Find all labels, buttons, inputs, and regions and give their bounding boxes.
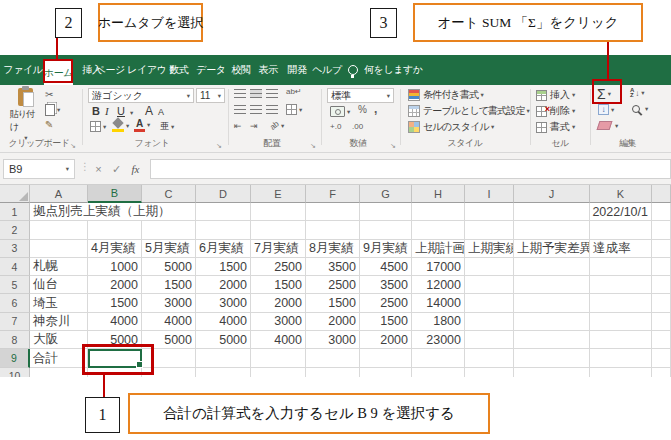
cell-F3[interactable]: 8月実績 <box>306 240 360 258</box>
cell-A10[interactable] <box>30 368 88 377</box>
cell-G4[interactable]: 4500 <box>360 258 412 276</box>
cell-D9[interactable] <box>196 349 251 367</box>
cell-A5[interactable]: 仙台 <box>30 276 88 294</box>
cell-styles-button[interactable]: セルのスタイル ▾ <box>408 120 494 134</box>
cell-D8[interactable]: 5000 <box>196 331 251 349</box>
cell-G1[interactable] <box>360 203 412 221</box>
fx-button[interactable]: fx <box>127 159 144 179</box>
percent-style-button[interactable]: % <box>358 104 367 115</box>
cell-I1[interactable] <box>465 203 514 221</box>
cell-E7[interactable]: 3000 <box>251 313 306 331</box>
cell-K8[interactable] <box>590 331 652 349</box>
cell-A3[interactable] <box>30 240 88 258</box>
cell-B2[interactable] <box>88 221 142 239</box>
column-header-J[interactable]: J <box>514 185 590 203</box>
clipboard-dialog-launcher[interactable]: ↘ <box>70 142 76 149</box>
cell-A8[interactable]: 大阪 <box>30 331 88 349</box>
fill-color-button[interactable]: ▾ <box>112 119 129 132</box>
column-header-H[interactable]: H <box>412 185 465 203</box>
cell-K6[interactable] <box>590 294 652 312</box>
number-dialog-launcher[interactable]: ↘ <box>390 142 396 149</box>
font-color-button[interactable]: A ▾ <box>134 118 150 132</box>
cell-J4[interactable] <box>514 258 590 276</box>
cell-H5[interactable]: 12000 <box>412 276 465 294</box>
increase-font-button[interactable]: A <box>145 104 153 118</box>
cell-F8[interactable]: 3000 <box>306 331 360 349</box>
clear-button[interactable]: ▾ <box>598 121 618 130</box>
row-header-3[interactable]: 3 <box>0 240 30 258</box>
row-header-1[interactable]: 1 <box>0 203 30 221</box>
cell-G5[interactable]: 3500 <box>360 276 412 294</box>
cell-E10[interactable] <box>251 368 306 377</box>
cell-F5[interactable]: 2500 <box>306 276 360 294</box>
ribbon-tab-5[interactable]: データ <box>198 55 224 85</box>
cell-D3[interactable]: 6月実績 <box>196 240 251 258</box>
align-top-icon[interactable] <box>234 89 246 98</box>
cell-I5[interactable] <box>465 276 514 294</box>
cell-K5[interactable] <box>590 276 652 294</box>
column-header-G[interactable]: G <box>360 185 412 203</box>
decrease-decimal-button[interactable]: .00 <box>352 122 363 131</box>
format-as-table-button[interactable]: テーブルとして書式設定 ▾ <box>408 104 530 118</box>
cell-F7[interactable]: 2000 <box>306 313 360 331</box>
borders-button[interactable]: ▾ <box>90 121 106 132</box>
cell-H6[interactable]: 14000 <box>412 294 465 312</box>
cell-H2[interactable] <box>412 221 465 239</box>
cell-J7[interactable] <box>514 313 590 331</box>
cell-D7[interactable]: 4000 <box>196 313 251 331</box>
decrease-font-button[interactable]: A <box>158 107 164 117</box>
cell-G3[interactable]: 9月実績 <box>360 240 412 258</box>
cell-F6[interactable]: 1500 <box>306 294 360 312</box>
cell-F2[interactable] <box>306 221 360 239</box>
orientation-button[interactable]: ab ▾ <box>270 121 284 130</box>
cell-J2[interactable] <box>514 221 590 239</box>
bold-button[interactable]: B <box>92 105 100 117</box>
cell-J9[interactable] <box>514 349 590 367</box>
cell-J3[interactable]: 上期予実差異 <box>514 240 590 258</box>
ribbon-tab-9[interactable]: ヘルプ <box>314 55 340 85</box>
cell-G10[interactable] <box>360 368 412 377</box>
decrease-indent-button[interactable]: ⇤ <box>234 121 242 131</box>
row-header-10[interactable]: 10 <box>0 368 30 377</box>
font-dialog-launcher[interactable]: ↘ <box>216 142 222 149</box>
number-format-combobox[interactable]: 標準 ▾ <box>327 88 394 103</box>
increase-indent-button[interactable]: ⇥ <box>250 121 258 131</box>
cell-A1[interactable]: 拠点別売上実績（上期） <box>30 203 88 221</box>
cell-K3[interactable]: 達成率 <box>590 240 652 258</box>
cell-G8[interactable]: 2000 <box>360 331 412 349</box>
column-header-C[interactable]: C <box>142 185 196 203</box>
column-header-B[interactable]: B <box>88 185 142 203</box>
cell-E3[interactable]: 7月実績 <box>251 240 306 258</box>
cell-I7[interactable] <box>465 313 514 331</box>
format-painter-button[interactable]: ✎ <box>45 119 53 130</box>
cell-A6[interactable]: 埼玉 <box>30 294 88 312</box>
cell-F1[interactable] <box>306 203 360 221</box>
cell-E9[interactable] <box>251 349 306 367</box>
cancel-button[interactable]: × <box>90 159 107 179</box>
row-header-9[interactable]: 9 <box>0 349 30 367</box>
cell-A9[interactable]: 合計 <box>30 349 88 367</box>
cell-J10[interactable] <box>514 368 590 377</box>
format-cells-button[interactable]: 書式 ▾ <box>536 120 575 134</box>
cell-J1[interactable] <box>514 203 590 221</box>
cell-K9[interactable] <box>590 349 652 367</box>
cell-A2[interactable] <box>30 221 88 239</box>
cell-G7[interactable]: 1500 <box>360 313 412 331</box>
cell-H10[interactable] <box>412 368 465 377</box>
cell-K1[interactable]: 2022/10/1 <box>590 203 652 221</box>
cut-button[interactable]: ✂ <box>45 89 53 100</box>
cell-B4[interactable]: 1000 <box>88 258 142 276</box>
ribbon-tab-6[interactable]: 校閲 <box>228 55 254 85</box>
cell-E1[interactable] <box>251 203 306 221</box>
row-header-4[interactable]: 4 <box>0 258 30 276</box>
cell-C3[interactable]: 5月実績 <box>142 240 196 258</box>
column-header-K[interactable]: K <box>590 185 652 203</box>
align-center-icon[interactable] <box>250 105 262 114</box>
cell-J6[interactable] <box>514 294 590 312</box>
cell-I2[interactable] <box>465 221 514 239</box>
cell-F9[interactable] <box>306 349 360 367</box>
cell-H9[interactable] <box>412 349 465 367</box>
ribbon-tab-8[interactable]: 開発 <box>284 55 310 85</box>
cell-E2[interactable] <box>251 221 306 239</box>
name-box[interactable]: B9 ▾ <box>3 159 75 179</box>
